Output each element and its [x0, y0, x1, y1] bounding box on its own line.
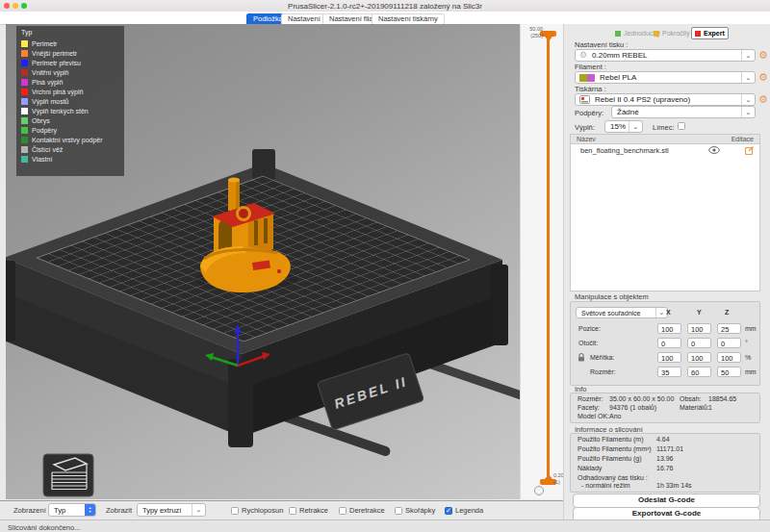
layer-slider-bottom-handle-tip: [545, 474, 552, 479]
size-x-input[interactable]: 35: [657, 367, 681, 377]
chevron-down-icon[interactable]: ⌄: [741, 72, 755, 83]
scale-x-input[interactable]: 100: [657, 352, 681, 363]
mode-advanced-button[interactable]: Pokročilý: [651, 28, 692, 38]
cost-value: 16.76: [656, 465, 674, 471]
chevron-down-icon[interactable]: ⌄: [741, 94, 755, 105]
layer-slider[interactable]: [547, 38, 550, 479]
legend-item: Perimetr: [21, 38, 124, 48]
printer-gear-icon[interactable]: ⚙: [758, 94, 768, 105]
view-mode-label: Zobrazení: [13, 506, 46, 515]
title-bar: PrusaSlicer-2.1.0-rc2+-201909111218 zalo…: [0, 0, 770, 12]
filament-g-label: Použito Filamentu (g): [578, 455, 642, 462]
legend-item: Plná výplň: [21, 77, 124, 87]
legend-item: Čistící věž: [21, 144, 124, 154]
position-label: Pozice:: [578, 325, 601, 332]
shells-checkbox-row[interactable]: Skořápky: [395, 506, 435, 515]
info-model-label: Model OK:: [578, 413, 609, 419]
size-label: Rozměr:: [590, 368, 615, 375]
manipulation-title: Manipulace s objektem: [575, 292, 649, 301]
legend-item: Vlastní: [21, 154, 124, 164]
printer-select[interactable]: Rebel II 0.4 PS2 (upraveno) ⌄: [575, 93, 756, 106]
edit-icon[interactable]: [745, 146, 754, 155]
position-x-input[interactable]: 100: [657, 323, 681, 334]
status-text: Slicování dokončeno...: [8, 523, 80, 532]
legend-item: Podpěry: [21, 125, 124, 135]
slider-max-label: 50.00(250): [516, 26, 543, 39]
layer-slider-top-handle-tip: [545, 37, 552, 41]
scale-z-input[interactable]: 100: [717, 352, 741, 363]
legend-title: Typ: [21, 29, 124, 36]
legend-item: Výplň tenkých stěn: [21, 106, 124, 115]
retractions-checkbox[interactable]: [289, 507, 296, 515]
filament-label: Filament :: [575, 63, 606, 71]
view-mode-select[interactable]: Typ ▴▾: [48, 503, 96, 517]
chevron-down-icon[interactable]: ⌄: [741, 50, 755, 61]
info-size-value: 35.00 x 60.00 x 50.00: [609, 395, 674, 402]
legend-item: Výplň mostů: [21, 96, 124, 106]
legend-item: Kontaktní vrstvy podpěr: [21, 135, 124, 144]
column-edit: Editace: [732, 136, 754, 142]
print-profile-icon: ⚙: [579, 51, 587, 60]
print-time-value: 1h 33m 14s: [656, 482, 692, 489]
retractions-checkbox-row[interactable]: Retrakce: [289, 506, 328, 515]
position-unit: mm: [745, 325, 757, 332]
3d-viewport[interactable]: REBEL II Typ Perimetr Vnější perimetr Pe…: [6, 24, 520, 499]
eye-icon[interactable]: [708, 146, 720, 154]
filament-gear-icon[interactable]: ⚙: [758, 72, 768, 83]
print-settings-label: Nastavení tisku :: [575, 40, 628, 49]
object-row[interactable]: ben_floating_benchmark.stl: [571, 144, 759, 156]
travel-checkbox[interactable]: [231, 507, 239, 515]
show-select[interactable]: Typy extruzí ⌄: [137, 503, 206, 517]
color-swatch: [21, 108, 28, 114]
filament-m-value: 4.64: [656, 436, 670, 443]
legend-item: Perimetr převisu: [21, 58, 124, 67]
infill-select[interactable]: 15% ⌄: [604, 120, 643, 133]
axis-y-header: Y: [697, 309, 702, 316]
rotate-unit: °: [745, 340, 748, 346]
size-z-input[interactable]: 50: [717, 367, 741, 377]
filament-color-swatch: [579, 74, 595, 82]
legend-checkbox[interactable]: ✓: [445, 507, 452, 515]
info-volume-value: 18854.65: [708, 395, 736, 402]
brim-checkbox[interactable]: [678, 122, 685, 130]
travel-checkbox-row[interactable]: Rychloposun: [231, 506, 283, 515]
chevron-down-icon[interactable]: ⌄: [741, 107, 755, 117]
printer-icon: [579, 95, 590, 104]
objects-table: Název Editace ben_floating_benchmark.stl: [570, 134, 760, 291]
slider-reset-icon[interactable]: [534, 486, 544, 495]
position-y-input[interactable]: 100: [687, 323, 711, 334]
chevron-down-icon[interactable]: ⌄: [629, 121, 642, 132]
coordinate-system-select[interactable]: Světové souřadnice ⌄: [576, 307, 668, 318]
infill-label: Výplň:: [575, 123, 595, 132]
unretractions-checkbox-row[interactable]: Deretrakce: [339, 506, 385, 515]
filament-select[interactable]: Rebel PLA ⌄: [575, 71, 756, 84]
layers-view-icon[interactable]: [43, 454, 93, 496]
legend-item: Vnitřní výplň: [21, 67, 124, 77]
scale-y-input[interactable]: 100: [687, 352, 711, 363]
send-gcode-button[interactable]: Odeslat G-code: [573, 494, 760, 508]
legend-checkbox-row[interactable]: ✓ Legenda: [445, 506, 483, 515]
mode-expert-button[interactable]: Expert: [691, 27, 729, 39]
unretractions-checkbox[interactable]: [339, 507, 346, 515]
info-volume-label: Obsah:: [680, 395, 702, 402]
prusaslicer-window: PrusaSlicer-2.1.0-rc2+-201909111218 zalo…: [0, 0, 770, 532]
chevron-down-icon[interactable]: ⌄: [192, 504, 205, 516]
color-swatch: [21, 137, 28, 143]
rotate-y-input[interactable]: 0: [687, 338, 711, 348]
info-facets-label: Facety:: [578, 404, 600, 411]
shells-checkbox[interactable]: [395, 507, 402, 515]
axis-x-header: X: [666, 309, 671, 316]
size-y-input[interactable]: 60: [687, 367, 711, 377]
column-name: Název: [577, 136, 596, 142]
mode-expert-icon: [695, 31, 701, 37]
print-settings-gear-icon[interactable]: ⚙: [758, 50, 768, 61]
position-z-input[interactable]: 25: [717, 323, 741, 334]
supports-select[interactable]: Žádné ⌄: [611, 106, 756, 118]
rotate-z-input[interactable]: 0: [717, 338, 741, 348]
lock-icon[interactable]: [578, 352, 585, 362]
rotate-x-input[interactable]: 0: [657, 338, 681, 348]
print-settings-select[interactable]: ⚙ 0.20mm REBEL ⌄: [575, 49, 756, 62]
mode-simple-icon: [615, 31, 621, 37]
scale-unit: %: [745, 354, 751, 361]
color-swatch: [21, 60, 28, 66]
